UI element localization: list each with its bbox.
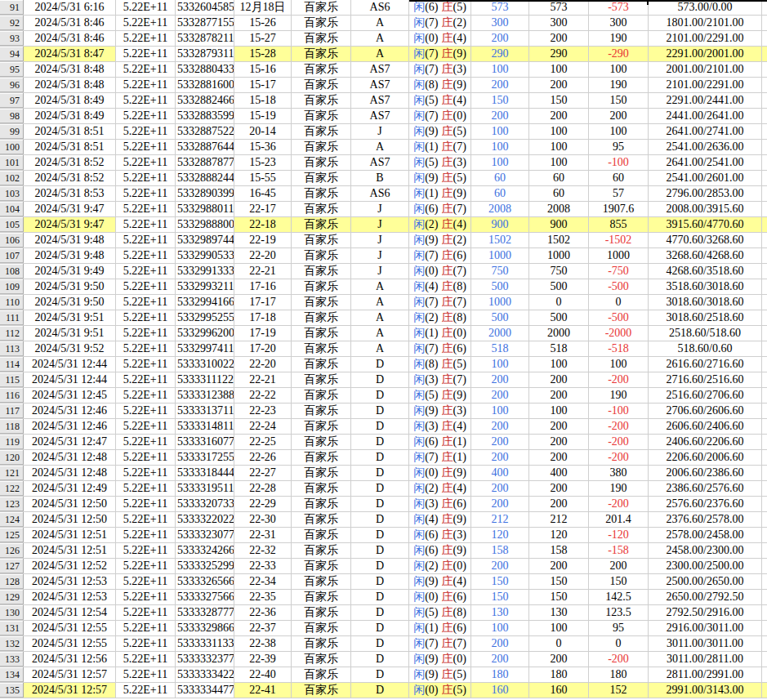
cell-valid-amount[interactable]: 2008 xyxy=(529,202,589,216)
cell-bet-amount[interactable]: 60 xyxy=(471,186,529,201)
cell-balance[interactable]: 2386.60/2576.60 xyxy=(649,481,762,496)
cell-result[interactable]: 闲(7)庄(2) xyxy=(409,16,471,30)
cell-win-loss[interactable]: -500 xyxy=(589,279,649,294)
cell-bet-amount[interactable]: 290 xyxy=(471,47,529,61)
cell-next-column[interactable] xyxy=(762,0,767,15)
cell-win-loss[interactable]: -158 xyxy=(589,543,649,558)
row-header[interactable]: 101 xyxy=(0,155,24,170)
cell-game-type[interactable]: D xyxy=(351,636,409,651)
cell-next-column[interactable] xyxy=(762,357,767,372)
row-header[interactable]: 109 xyxy=(0,279,24,294)
cell-game-type[interactable]: D xyxy=(351,667,409,682)
row-header[interactable]: 105 xyxy=(0,217,24,232)
cell-time[interactable]: 2024/5/31 9:50 xyxy=(24,295,116,310)
row-header[interactable]: 104 xyxy=(0,202,24,216)
cell-valid-amount[interactable]: 573 xyxy=(529,0,589,15)
cell-next-column[interactable] xyxy=(762,16,767,30)
cell-game-type[interactable]: J xyxy=(351,264,409,279)
cell-win-loss[interactable]: 95 xyxy=(589,621,649,635)
cell-valid-amount[interactable]: 200 xyxy=(529,481,589,496)
cell-account[interactable]: 5332888244 xyxy=(176,171,234,185)
cell-sci-id[interactable]: 5.22E+11 xyxy=(116,388,176,403)
cell-balance[interactable]: 2716.60/2516.60 xyxy=(649,372,762,387)
cell-win-loss[interactable]: 190 xyxy=(589,31,649,46)
cell-balance[interactable]: 2376.60/2578.00 xyxy=(649,512,762,527)
cell-game-name[interactable]: 百家乐 xyxy=(292,466,351,480)
row-header[interactable]: 110 xyxy=(0,295,24,310)
row-header[interactable]: 108 xyxy=(0,264,24,279)
cell-bet-amount[interactable]: 200 xyxy=(471,497,529,511)
cell-game-name[interactable]: 百家乐 xyxy=(292,388,351,403)
row-header[interactable]: 123 xyxy=(0,497,24,511)
cell-bet-amount[interactable]: 158 xyxy=(471,543,529,558)
cell-table-round[interactable]: 22-38 xyxy=(234,636,292,651)
cell-table-round[interactable]: 22-41 xyxy=(234,683,292,698)
cell-time[interactable]: 2024/5/31 12:49 xyxy=(24,481,116,496)
cell-table-round[interactable]: 17-17 xyxy=(234,295,292,310)
row-header[interactable]: 100 xyxy=(0,140,24,154)
cell-valid-amount[interactable]: 200 xyxy=(529,559,589,573)
cell-account[interactable]: 5332878211 xyxy=(176,31,234,46)
cell-table-round[interactable]: 22-22 xyxy=(234,388,292,403)
cell-valid-amount[interactable]: 200 xyxy=(529,435,589,449)
cell-account[interactable]: 5333319511 xyxy=(176,481,234,496)
cell-balance[interactable]: 2101.00/2291.00 xyxy=(649,31,762,46)
cell-win-loss[interactable]: -290 xyxy=(589,47,649,61)
cell-game-name[interactable]: 百家乐 xyxy=(292,450,351,465)
cell-win-loss[interactable]: 300 xyxy=(589,16,649,30)
cell-account[interactable]: 5332988800 xyxy=(176,217,234,232)
cell-sci-id[interactable]: 5.22E+11 xyxy=(116,295,176,310)
cell-game-name[interactable]: 百家乐 xyxy=(292,419,351,434)
cell-table-round[interactable]: 22-40 xyxy=(234,667,292,682)
cell-sci-id[interactable]: 5.22E+11 xyxy=(116,559,176,573)
cell-game-name[interactable]: 百家乐 xyxy=(292,140,351,154)
row-header[interactable]: 97 xyxy=(0,93,24,108)
cell-win-loss[interactable]: 200 xyxy=(589,559,649,573)
cell-bet-amount[interactable]: 200 xyxy=(471,109,529,123)
cell-game-name[interactable]: 百家乐 xyxy=(292,326,351,341)
cell-game-type[interactable]: J xyxy=(351,233,409,247)
cell-balance[interactable]: 2641.00/2741.00 xyxy=(649,124,762,139)
cell-balance[interactable]: 3268.60/4268.60 xyxy=(649,248,762,263)
cell-game-name[interactable]: 百家乐 xyxy=(292,341,351,356)
row-header[interactable]: 126 xyxy=(0,543,24,558)
cell-win-loss[interactable]: -200 xyxy=(589,372,649,387)
cell-valid-amount[interactable]: 150 xyxy=(529,574,589,589)
cell-game-type[interactable]: D xyxy=(351,683,409,698)
cell-balance[interactable]: 4268.60/3518.60 xyxy=(649,264,762,279)
cell-valid-amount[interactable]: 200 xyxy=(529,497,589,511)
cell-time[interactable]: 2024/5/31 9:51 xyxy=(24,310,116,325)
cell-balance[interactable]: 2006.60/2386.60 xyxy=(649,466,762,480)
cell-sci-id[interactable]: 5.22E+11 xyxy=(116,326,176,341)
cell-account[interactable]: 5332604585 xyxy=(176,0,234,15)
cell-result[interactable]: 闲(7)庄(9) xyxy=(409,47,471,61)
cell-sci-id[interactable]: 5.22E+11 xyxy=(116,512,176,527)
cell-next-column[interactable] xyxy=(762,388,767,403)
cell-game-name[interactable]: 百家乐 xyxy=(292,574,351,589)
cell-game-name[interactable]: 百家乐 xyxy=(292,16,351,30)
cell-bet-amount[interactable]: 200 xyxy=(471,559,529,573)
cell-balance[interactable]: 2792.50/2916.00 xyxy=(649,605,762,620)
cell-sci-id[interactable]: 5.22E+11 xyxy=(116,372,176,387)
cell-table-round[interactable]: 22-20 xyxy=(234,248,292,263)
cell-table-round[interactable]: 15-23 xyxy=(234,155,292,170)
cell-sci-id[interactable]: 5.22E+11 xyxy=(116,47,176,61)
cell-sci-id[interactable]: 5.22E+11 xyxy=(116,248,176,263)
cell-time[interactable]: 2024/5/31 12:55 xyxy=(24,621,116,635)
cell-valid-amount[interactable]: 120 xyxy=(529,528,589,542)
row-header[interactable]: 112 xyxy=(0,326,24,341)
cell-sci-id[interactable]: 5.22E+11 xyxy=(116,481,176,496)
cell-account[interactable]: 5332989744 xyxy=(176,233,234,247)
cell-bet-amount[interactable]: 200 xyxy=(471,636,529,651)
cell-balance[interactable]: 2811.00/2991.00 xyxy=(649,667,762,682)
cell-account[interactable]: 5333331133 xyxy=(176,636,234,651)
cell-account[interactable]: 5332883599 xyxy=(176,109,234,123)
row-header[interactable]: 124 xyxy=(0,512,24,527)
cell-game-type[interactable]: D xyxy=(351,419,409,434)
cell-game-type[interactable]: D xyxy=(351,512,409,527)
cell-result[interactable]: 闲(9)庄(4) xyxy=(409,574,471,589)
cell-balance[interactable]: 2576.60/2376.60 xyxy=(649,497,762,511)
cell-game-name[interactable]: 百家乐 xyxy=(292,590,351,604)
cell-time[interactable]: 2024/5/31 12:48 xyxy=(24,466,116,480)
cell-game-name[interactable]: 百家乐 xyxy=(292,372,351,387)
